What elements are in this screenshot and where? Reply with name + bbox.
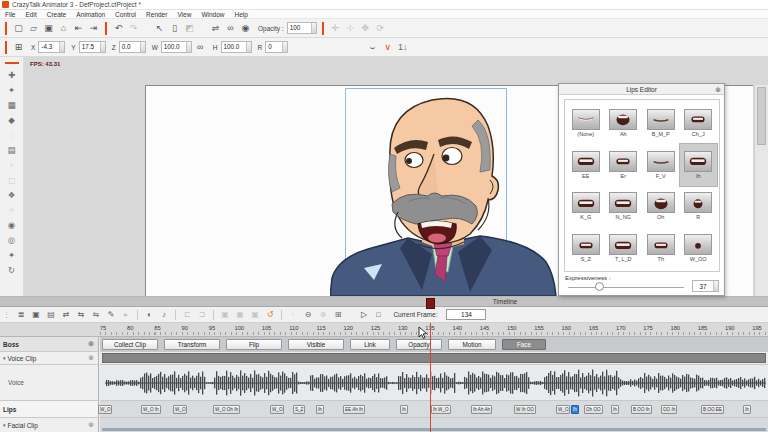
playhead-line[interactable] bbox=[430, 323, 431, 432]
track-label-facial-clip[interactable]: ▾ Facial Clip ⊗ bbox=[0, 418, 99, 432]
play-button[interactable]: ▷ bbox=[361, 310, 367, 319]
collect-clip-icon[interactable]: ▣ bbox=[30, 310, 42, 319]
lip-key-w-ih-oo[interactable]: W Ih OO bbox=[514, 405, 536, 414]
stage-icon[interactable]: ▦ bbox=[7, 99, 15, 111]
lip-key-ih[interactable]: Ih bbox=[571, 405, 579, 414]
select-tool-icon[interactable]: ↖ bbox=[153, 23, 166, 33]
lips-shape-ch_j[interactable]: Ch_J bbox=[680, 102, 718, 144]
lips-shape-f_v[interactable]: F_V bbox=[642, 144, 680, 186]
prop-icon[interactable]: ❖ bbox=[8, 189, 16, 201]
flip-icon[interactable]: ⇌ bbox=[209, 23, 222, 33]
boss-button-visible[interactable]: Visible bbox=[288, 339, 344, 350]
current-frame-input[interactable]: 134 bbox=[446, 309, 486, 320]
menu-create[interactable]: Create bbox=[42, 11, 72, 18]
field-y[interactable]: 17.5 bbox=[79, 41, 106, 53]
close-icon[interactable]: ⊗ bbox=[88, 354, 94, 362]
import-icon[interactable]: ⇥ bbox=[87, 23, 100, 33]
visibility-icon[interactable]: ◉ bbox=[239, 23, 252, 33]
lips-shape-k_g[interactable]: K_G bbox=[567, 186, 605, 228]
flatten-icon[interactable]: ▤ bbox=[45, 310, 57, 319]
boss-button-flip[interactable]: Flip bbox=[226, 339, 282, 350]
lips-shape-none[interactable]: (None) bbox=[567, 102, 605, 144]
audio-track-icon[interactable]: ♪ bbox=[158, 310, 170, 319]
lips-shape-er[interactable]: Er bbox=[605, 144, 643, 186]
lip-key-w_o-oh-ih[interactable]: W_O Oh Ih bbox=[213, 405, 240, 414]
actor-icon[interactable]: ✚ bbox=[8, 69, 15, 81]
content-store-icon[interactable]: ⌂ bbox=[57, 23, 70, 33]
lip-key-b-oo-ee[interactable]: B OO EE bbox=[701, 405, 724, 414]
zoom-out-icon[interactable]: ⊖ bbox=[302, 310, 314, 319]
expressiveness-slider[interactable] bbox=[568, 287, 684, 288]
lip-key-s_z[interactable]: S_Z bbox=[293, 405, 305, 414]
expressiveness-spinner[interactable] bbox=[713, 281, 718, 291]
timeline-title-bar[interactable]: Timeline bbox=[0, 297, 768, 307]
reset-angle-icon[interactable]: 1↓ bbox=[396, 42, 409, 52]
lip-key-ih[interactable]: Ih bbox=[743, 405, 751, 414]
lips-editor-header[interactable]: Lips Editor ⊗ bbox=[559, 84, 724, 95]
reverse-icon[interactable]: ⇋ bbox=[90, 310, 102, 319]
close-icon[interactable]: ⊗ bbox=[88, 340, 94, 348]
open-project-icon[interactable]: ▱ bbox=[27, 23, 40, 33]
new-project-icon[interactable]: ▢ bbox=[12, 23, 25, 33]
menu-view[interactable]: View bbox=[172, 11, 196, 18]
menu-window[interactable]: Window bbox=[196, 11, 229, 18]
title-bar[interactable]: CrazyTalk Animator 3 - DefProject.ctProj… bbox=[0, 0, 768, 10]
field-spinner[interactable] bbox=[282, 42, 287, 52]
chevron-down-icon[interactable]: ▾ bbox=[3, 355, 6, 361]
field-spinner[interactable] bbox=[59, 42, 64, 52]
close-icon[interactable]: ⊗ bbox=[88, 421, 94, 429]
save-project-icon[interactable]: ▣ bbox=[42, 23, 55, 33]
menu-help[interactable]: Help bbox=[230, 11, 253, 18]
playhead-marker[interactable] bbox=[426, 298, 435, 309]
boss-button-transform[interactable]: Transform bbox=[164, 339, 220, 350]
field-spinner[interactable] bbox=[140, 42, 145, 52]
voice-waveform-track[interactable] bbox=[100, 365, 768, 401]
close-icon[interactable]: ⊗ bbox=[715, 84, 721, 95]
field-spinner[interactable] bbox=[100, 42, 105, 52]
object-tool-icon[interactable]: ▯ bbox=[168, 23, 181, 33]
lip-key-w_o[interactable]: W_O bbox=[98, 405, 112, 414]
lips-shape-w_oo[interactable]: W_OO bbox=[680, 227, 718, 269]
character-boss[interactable] bbox=[330, 92, 558, 296]
lip-key-w_o[interactable]: W_O bbox=[556, 405, 570, 414]
lip-key-oh-oo[interactable]: Oh OO bbox=[584, 405, 603, 414]
lip-key-ih[interactable]: Ih bbox=[611, 405, 619, 414]
menu-file[interactable]: File bbox=[0, 11, 20, 18]
field-h[interactable]: 100.0 bbox=[221, 41, 252, 53]
lip-key-b-oo-ih[interactable]: B OO Ih bbox=[631, 405, 652, 414]
lip-key-oo-ih[interactable]: OO Ih bbox=[661, 405, 677, 414]
lips-shape-r[interactable]: R bbox=[680, 186, 718, 228]
keyboard-puppet-icon[interactable]: ▤ bbox=[7, 144, 15, 156]
camera-icon[interactable]: ◉ bbox=[8, 219, 15, 231]
face-puppet-icon[interactable]: ◎ bbox=[8, 234, 15, 246]
lip-key-ih[interactable]: Ih bbox=[400, 405, 408, 414]
lips-shape-ih[interactable]: Ih bbox=[680, 144, 718, 186]
lip-key-w_o[interactable]: W_O bbox=[173, 405, 187, 414]
export-icon[interactable]: ⇤ bbox=[72, 23, 85, 33]
dropdown-arrow-icon[interactable] bbox=[311, 23, 316, 33]
lip-key-ih[interactable]: Ih bbox=[316, 405, 324, 414]
stop-button[interactable]: □ bbox=[376, 311, 380, 318]
lip-key-ee-ah-ih[interactable]: EE Ah Ih bbox=[343, 405, 365, 414]
field-w[interactable]: 100.0 bbox=[161, 41, 192, 53]
remove-clip-icon[interactable]: ↺ bbox=[264, 310, 276, 319]
loop-icon[interactable]: ↻ bbox=[8, 264, 15, 276]
walk-icon[interactable]: ✦ bbox=[8, 249, 15, 261]
lips-shape-b_m_p[interactable]: B_M_P bbox=[642, 102, 680, 144]
field-spinner[interactable] bbox=[186, 42, 191, 52]
vertical-scrollbar[interactable] bbox=[754, 85, 768, 296]
lips-shape-ah[interactable]: Ah bbox=[605, 102, 643, 144]
lip-key-w_o-ih[interactable]: W_O Ih bbox=[141, 405, 161, 414]
lips-shape-th[interactable]: Th bbox=[642, 227, 680, 269]
chevron-down-icon[interactable]: ▾ bbox=[3, 422, 6, 428]
field-z[interactable]: 0.0 bbox=[119, 41, 146, 53]
field-spinner[interactable] bbox=[246, 42, 251, 52]
voice-clip-bar[interactable] bbox=[102, 353, 766, 363]
undo-icon[interactable]: ↶ bbox=[112, 23, 125, 33]
expressiveness-slider-thumb[interactable] bbox=[595, 282, 604, 291]
frame-ruler[interactable]: 7580859095100105110115120125130135140145… bbox=[0, 323, 768, 337]
dope-sheet-icon[interactable]: ◖ bbox=[143, 310, 155, 319]
link-dimensions-icon[interactable]: ∞ bbox=[194, 42, 207, 52]
lips-shape-t_l_d[interactable]: T_L_D bbox=[605, 227, 643, 269]
menu-edit[interactable]: Edit bbox=[20, 11, 41, 18]
